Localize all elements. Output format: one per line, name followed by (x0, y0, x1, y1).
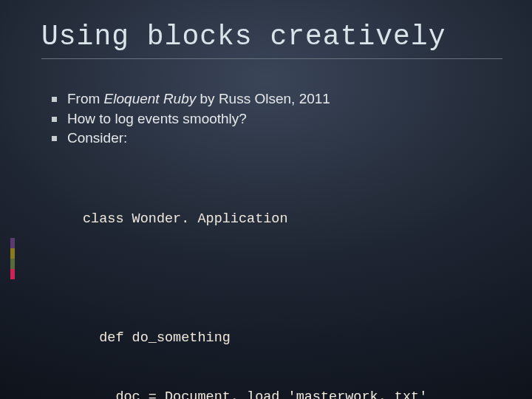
book-title: Eloquent Ruby (104, 91, 197, 106)
bullet-item: Consider: (52, 129, 502, 148)
bullet-text-post: by Russ Olsen, 2011 (196, 91, 330, 106)
decorative-stripe (10, 269, 15, 279)
square-bullet-icon (52, 97, 57, 102)
code-blank (83, 269, 502, 289)
decorative-stripe (10, 259, 15, 269)
code-line: doc = Document. load 'masterwork. txt' (83, 388, 502, 399)
bullet-text: How to log events smoothly? (67, 110, 247, 129)
square-bullet-icon (52, 136, 57, 141)
square-bullet-icon (52, 117, 57, 122)
code-block: class Wonder. Application def do_somethi… (83, 170, 502, 399)
bullet-list: From Eloquent Ruby by Russ Olsen, 2011 H… (52, 90, 502, 148)
decorative-stripe (10, 238, 15, 248)
bullet-item: From Eloquent Ruby by Russ Olsen, 2011 (52, 90, 502, 109)
decorative-stripe (10, 248, 15, 259)
slide-title: Using blocks creatively (41, 21, 502, 52)
code-line: class Wonder. Application (83, 210, 502, 230)
code-line: def do_something (83, 329, 502, 349)
bullet-text-pre: From (67, 91, 104, 106)
title-underline (41, 58, 502, 59)
bullet-text: Consider: (67, 129, 127, 148)
bullet-item: How to log events smoothly? (52, 110, 502, 129)
bullet-text: From Eloquent Ruby by Russ Olsen, 2011 (67, 90, 330, 109)
slide: Using blocks creatively From Eloquent Ru… (0, 0, 532, 399)
